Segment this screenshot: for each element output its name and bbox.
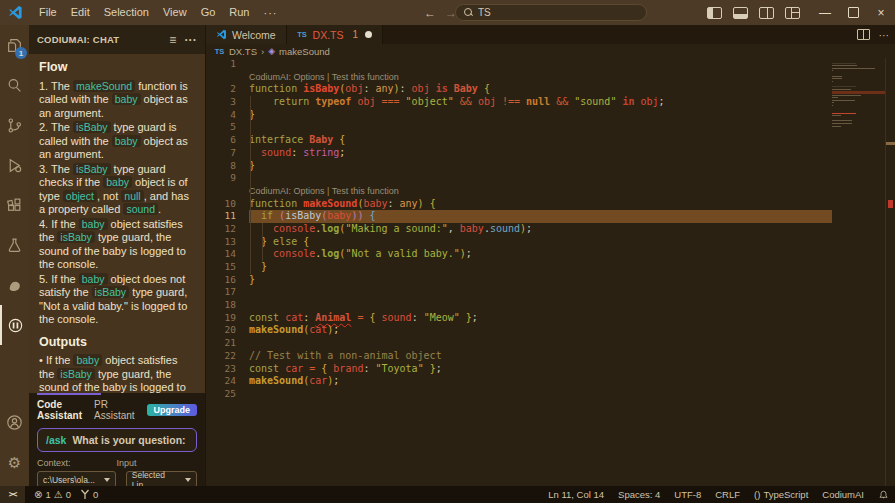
minimap-line xyxy=(832,97,886,99)
codelens-link[interactable]: CodiumAI: Options | Test this function xyxy=(249,71,832,84)
sidebar-item-source-control[interactable] xyxy=(0,105,29,145)
toggle-panel-icon[interactable] xyxy=(733,7,748,19)
code-line[interactable]: 6interface Baby { xyxy=(206,134,832,147)
code-line[interactable]: 25 xyxy=(206,388,832,401)
code-line[interactable]: 23const car = { brand: "Toyota" }; xyxy=(206,363,832,376)
breadcrumb-symbol[interactable]: makeSound xyxy=(279,46,330,57)
menu-file[interactable]: File xyxy=(32,6,64,18)
code-line[interactable]: 9 xyxy=(206,172,832,185)
command-center-search[interactable]: TS xyxy=(455,4,647,21)
fork-indicator[interactable]: 0 xyxy=(80,489,98,500)
restore-button[interactable] xyxy=(839,0,867,25)
tab-welcome[interactable]: Welcome xyxy=(206,25,287,44)
settings-button[interactable]: ⚙ xyxy=(0,442,29,482)
code-line[interactable]: 11 if (isBaby(baby)) { xyxy=(206,210,832,223)
remote-icon: >< xyxy=(9,490,17,499)
menu-selection[interactable]: Selection xyxy=(97,6,156,18)
upgrade-button[interactable]: Upgrade xyxy=(147,404,198,416)
code-line[interactable]: 24makeSound(car); xyxy=(206,375,832,388)
panel-more-icon[interactable]: ··· xyxy=(184,34,197,46)
code-line[interactable]: 12 console.log("Making a sound:", baby.s… xyxy=(206,223,832,236)
code-chip: baby xyxy=(79,218,108,230)
code-line[interactable]: 4} xyxy=(206,109,832,122)
menu-run[interactable]: Run xyxy=(222,6,256,18)
split-editor-icon[interactable] xyxy=(857,29,870,40)
code-line[interactable]: 1 xyxy=(206,58,832,71)
overview-ruler[interactable] xyxy=(885,58,895,486)
codelens-row[interactable]: CodiumAI: Options | Test this function xyxy=(206,71,832,84)
code-line[interactable]: 13 } else { xyxy=(206,236,832,249)
code-line[interactable]: 8} xyxy=(206,160,832,173)
line-number: 23 xyxy=(206,363,236,376)
minimap-line xyxy=(832,126,886,128)
sidebar-item-codium-logo[interactable] xyxy=(0,265,29,305)
status-item-typescript[interactable]: ()TypeScript xyxy=(754,489,808,500)
menu-go[interactable]: Go xyxy=(194,6,223,18)
code-line[interactable]: 21 xyxy=(206,337,832,350)
active-tab-underline xyxy=(37,393,101,395)
input-select[interactable]: Selected Lin... xyxy=(126,471,197,486)
remote-indicator[interactable]: >< xyxy=(0,486,25,503)
menu-bar: FileEditSelectionViewGoRun xyxy=(32,0,257,25)
menu-overflow[interactable]: ··· xyxy=(257,7,285,19)
code-chip: isBaby xyxy=(73,121,111,133)
code-line[interactable]: 10function makeSound(baby: any) { xyxy=(206,198,832,211)
code-line[interactable]: 14 console.log("Not a valid baby."); xyxy=(206,248,832,261)
code-editor[interactable]: 1CodiumAI: Options | Test this function2… xyxy=(206,58,895,486)
sidebar-item-extensions[interactable] xyxy=(0,185,29,225)
code-line[interactable]: 5 xyxy=(206,121,832,134)
sidebar-item-codium-chat[interactable] xyxy=(0,305,29,345)
codelens-link[interactable]: CodiumAI: Options | Test this function xyxy=(249,185,832,198)
code-line[interactable]: 7 sound: string; xyxy=(206,147,832,160)
close-button[interactable]: × xyxy=(867,0,895,25)
code-line[interactable]: 3 return typeof obj === "object" && obj … xyxy=(206,96,832,109)
context-select[interactable]: c:\Users\ola... xyxy=(37,471,116,486)
status-item-codiumai[interactable]: CodiumAI xyxy=(822,489,864,500)
status-item-spaces-4[interactable]: Spaces: 4 xyxy=(618,489,660,500)
fork-count: 0 xyxy=(93,489,98,500)
line-number: 24 xyxy=(206,375,236,388)
status-item-utf-8[interactable]: UTF-8 xyxy=(674,489,701,500)
breadcrumb-file[interactable]: DX.TS xyxy=(229,46,257,57)
codelens-row[interactable]: CodiumAI: Options | Test this function xyxy=(206,185,832,198)
code-line[interactable]: 17 xyxy=(206,286,832,299)
code-line[interactable]: 2function isBaby(obj: any): obj is Baby … xyxy=(206,83,832,96)
clear-chat-icon[interactable]: ≡ xyxy=(169,34,176,46)
menu-edit[interactable]: Edit xyxy=(64,6,97,18)
bell-icon[interactable] xyxy=(878,489,889,501)
code-line[interactable]: 22// Test with a non-animal object xyxy=(206,350,832,363)
sidebar-item-run-debug[interactable] xyxy=(0,145,29,185)
minimize-button[interactable]: — xyxy=(811,0,839,25)
codium-chat-panel: CODIUMAI: CHAT ≡ ··· Flow 1. The makeSou… xyxy=(29,25,205,486)
code-line[interactable]: 19const cat: Animal = { sound: "Meow" }; xyxy=(206,312,832,325)
sidebar-item-testing[interactable] xyxy=(0,225,29,265)
account-button[interactable] xyxy=(0,402,29,442)
breadcrumb[interactable]: TS DX.TS › ◈ makeSound xyxy=(206,44,895,58)
line-number xyxy=(206,185,236,198)
minimap-line xyxy=(832,91,886,93)
toggle-secondary-sidebar-icon[interactable] xyxy=(759,7,774,19)
back-arrow-icon[interactable]: ← xyxy=(424,6,436,20)
status-item-ln-11-col-14[interactable]: Ln 11, Col 14 xyxy=(548,489,604,500)
minimap-line xyxy=(832,120,886,122)
editor-more-icon[interactable]: ··· xyxy=(879,29,890,41)
warning-count: 0 xyxy=(66,489,71,500)
ask-input[interactable]: /ask What is your question: xyxy=(37,428,197,452)
tab-code-assistant[interactable]: Code Assistant xyxy=(37,399,82,421)
tab-dxts[interactable]: TS DX.TS 1 xyxy=(287,25,383,44)
code-line[interactable]: 18 xyxy=(206,299,832,312)
tab-pr-assistant[interactable]: PR Assistant xyxy=(94,399,135,421)
code-line[interactable]: 20makeSound(cat); xyxy=(206,324,832,337)
sidebar-item-explorer[interactable]: 1 xyxy=(0,25,29,65)
status-item-crlf[interactable]: CRLF xyxy=(715,489,740,500)
code-line[interactable]: 16} xyxy=(206,274,832,287)
minimap-line xyxy=(832,89,886,91)
search-icon xyxy=(6,77,23,94)
minimap[interactable] xyxy=(832,60,886,131)
sidebar-item-search[interactable] xyxy=(0,65,29,105)
code-line[interactable]: 15 } xyxy=(206,261,832,274)
toggle-sidebar-icon[interactable] xyxy=(707,7,722,19)
customize-layout-icon[interactable] xyxy=(785,7,800,19)
problems-indicator[interactable]: ⊗ 1 ⚠ 0 xyxy=(34,489,71,500)
menu-view[interactable]: View xyxy=(156,6,194,18)
